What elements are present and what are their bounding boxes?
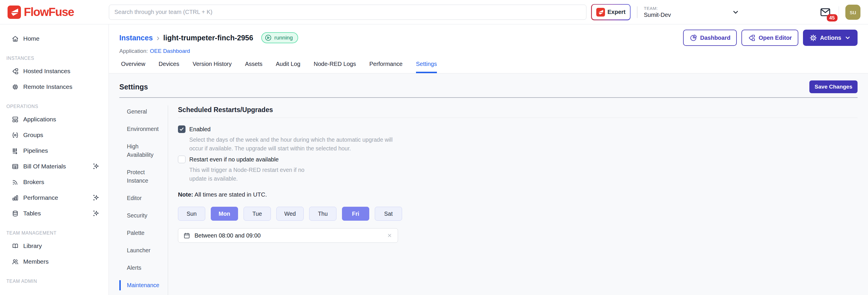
sidebar-item-performance[interactable]: Performance: [0, 190, 108, 206]
team-selector[interactable]: TEAM: Sumit-Dev: [644, 6, 740, 18]
settings-nav: General Environment High Availability Pr…: [119, 106, 168, 295]
settings-nav-editor[interactable]: Editor: [119, 193, 163, 203]
premium-sparkle-icon: [92, 163, 100, 170]
hosted-instances-icon: [11, 68, 19, 75]
instance-actions: Dashboard Open Editor Actions: [683, 30, 858, 46]
library-icon: [11, 242, 19, 250]
app-header: FlowFuse Expert TEAM: Sumit-Dev 45 su: [0, 0, 868, 24]
tab-node-red-logs[interactable]: Node-RED Logs: [314, 61, 356, 73]
restart-checkbox-row: Restart even if no update available: [178, 156, 858, 163]
gear-icon: [809, 34, 817, 42]
open-editor-button[interactable]: Open Editor: [741, 30, 798, 46]
sidebar-item-bill-of-materials[interactable]: Bill Of Materials: [0, 158, 108, 174]
sidebar-item-label: Applications: [23, 116, 100, 123]
restart-checkbox[interactable]: [178, 156, 186, 163]
performance-icon: [11, 194, 19, 202]
tab-overview[interactable]: Overview: [121, 61, 145, 73]
tab-performance[interactable]: Performance: [369, 61, 403, 73]
enabled-checkbox-row: Enabled: [178, 125, 858, 133]
chevron-down-icon: [844, 34, 851, 41]
tab-settings[interactable]: Settings: [416, 61, 437, 73]
notifications-button[interactable]: 45: [818, 5, 832, 19]
chevron-right-icon: ›: [156, 34, 159, 41]
settings-nav-security[interactable]: Security: [119, 210, 163, 221]
enabled-checkbox[interactable]: [178, 125, 186, 133]
day-button-thu[interactable]: Thu: [309, 207, 337, 221]
sidebar-item-hosted-instances[interactable]: Hosted Instances: [0, 63, 108, 79]
note-label: Note:: [178, 191, 193, 198]
settings-nav-maintenance[interactable]: Maintenance: [119, 280, 163, 290]
clear-icon[interactable]: [386, 232, 393, 239]
sidebar-item-label: Members: [23, 258, 100, 265]
settings-nav-launcher[interactable]: Launcher: [119, 245, 163, 256]
tab-audit-log[interactable]: Audit Log: [276, 61, 301, 73]
settings-nav-high-availability[interactable]: High Availability: [119, 141, 163, 160]
members-icon: [11, 258, 19, 265]
sidebar-item-members[interactable]: Members: [0, 254, 108, 269]
day-button-tue[interactable]: Tue: [244, 207, 271, 221]
sidebar-section-team-management: TEAM MANAGEMENT: [6, 231, 108, 236]
sidebar-item-library[interactable]: Library: [0, 238, 108, 254]
page-title: Settings: [119, 83, 148, 91]
sidebar-item-label: Hosted Instances: [23, 68, 100, 75]
sidebar-item-remote-instances[interactable]: Remote Instances: [0, 79, 108, 95]
application-row: Application:OEE Dashboard: [119, 48, 858, 54]
settings-nav-protect-instance[interactable]: Protect Instance: [119, 167, 163, 186]
groups-icon: [11, 131, 19, 139]
header-divider: [637, 6, 638, 18]
breadcrumb: Instances › light-trumpeter-finch-2956 r…: [119, 30, 858, 46]
tab-version-history[interactable]: Version History: [193, 61, 232, 73]
settings-nav-palette[interactable]: Palette: [119, 228, 163, 238]
sidebar-item-pipelines[interactable]: Pipelines: [0, 143, 108, 158]
avatar[interactable]: su: [845, 5, 861, 20]
flowfuse-expert-icon: [596, 8, 605, 17]
sidebar-item-tables[interactable]: Tables: [0, 206, 108, 221]
day-selector: Sun Mon Tue Wed Thu Fri Sat: [178, 207, 858, 221]
bill-of-materials-icon: [11, 163, 19, 170]
notification-badge: 45: [827, 14, 838, 22]
restart-label: Restart even if no update available: [189, 156, 279, 163]
tab-assets[interactable]: Assets: [245, 61, 262, 73]
sidebar-item-applications[interactable]: Applications: [0, 112, 108, 127]
day-button-wed[interactable]: Wed: [276, 207, 304, 221]
search-input[interactable]: [109, 5, 586, 20]
sidebar: Home INSTANCES Hosted Instances Remote I…: [0, 24, 109, 295]
tables-icon: [11, 210, 19, 217]
settings-divider: [119, 97, 858, 98]
time-range-field[interactable]: Between 08:00 and 09:00: [178, 228, 398, 243]
sidebar-item-groups[interactable]: Groups: [0, 127, 108, 143]
chevron-down-icon[interactable]: [732, 8, 740, 16]
settings-nav-alerts[interactable]: Alerts: [119, 263, 163, 273]
flowfuse-logo[interactable]: FlowFuse: [7, 5, 109, 19]
dashboard-button[interactable]: Dashboard: [683, 30, 737, 46]
day-button-fri[interactable]: Fri: [342, 207, 369, 221]
instance-header: Instances › light-trumpeter-finch-2956 r…: [109, 24, 868, 73]
brand-name: FlowFuse: [24, 5, 74, 19]
day-button-sat[interactable]: Sat: [375, 207, 402, 221]
settings-nav-general[interactable]: General: [119, 107, 163, 117]
home-icon: [11, 35, 19, 42]
application-link[interactable]: OEE Dashboard: [150, 48, 190, 54]
actions-button[interactable]: Actions: [803, 30, 858, 46]
note-text: All times are stated in UTC.: [194, 191, 267, 198]
flowfuse-logo-icon: [7, 5, 21, 19]
calendar-icon: [183, 232, 190, 239]
actions-button-label: Actions: [820, 34, 841, 41]
time-range-value: Between 08:00 and 09:00: [194, 232, 261, 239]
sidebar-item-label: Groups: [23, 131, 100, 139]
sidebar-item-home[interactable]: Home: [0, 31, 108, 47]
expert-button[interactable]: Expert: [591, 4, 630, 20]
settings-nav-environment[interactable]: Environment: [119, 124, 163, 134]
instance-tabs: Overview Devices Version History Assets …: [119, 61, 858, 73]
enabled-description: Select the days of the week and the hour…: [189, 135, 396, 153]
tab-devices[interactable]: Devices: [158, 61, 179, 73]
brokers-icon: [11, 179, 19, 186]
day-button-sun[interactable]: Sun: [178, 207, 205, 221]
sidebar-item-brokers[interactable]: Brokers: [0, 174, 108, 190]
breadcrumb-instances-link[interactable]: Instances: [119, 34, 153, 42]
day-button-mon[interactable]: Mon: [211, 207, 238, 221]
sidebar-item-label: Brokers: [23, 179, 100, 185]
expert-label: Expert: [608, 9, 626, 16]
save-changes-button[interactable]: Save Changes: [809, 81, 858, 93]
enabled-label: Enabled: [189, 126, 211, 133]
